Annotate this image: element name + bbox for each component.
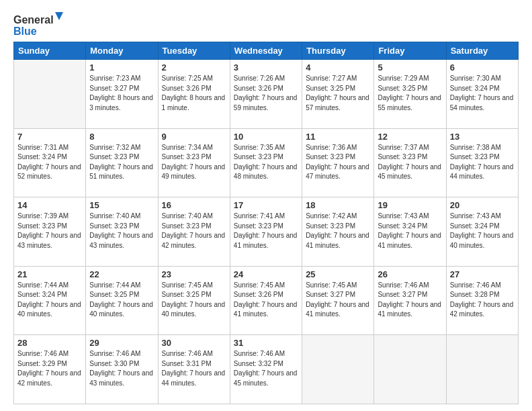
day-info: Sunrise: 7:26 AM Sunset: 3:26 PM Dayligh… xyxy=(234,74,298,113)
calendar-body: 1Sunrise: 7:23 AM Sunset: 3:27 PM Daylig… xyxy=(14,60,519,404)
day-info: Sunrise: 7:32 AM Sunset: 3:23 PM Dayligh… xyxy=(89,143,154,182)
day-number: 27 xyxy=(450,269,515,279)
svg-marker-2 xyxy=(55,12,63,20)
day-number: 16 xyxy=(162,200,226,210)
calendar-cell: 25Sunrise: 7:45 AM Sunset: 3:27 PM Dayli… xyxy=(302,266,374,335)
calendar-cell: 22Sunrise: 7:44 AM Sunset: 3:25 PM Dayli… xyxy=(86,266,158,335)
calendar-cell: 4Sunrise: 7:27 AM Sunset: 3:25 PM Daylig… xyxy=(302,60,374,129)
day-number: 12 xyxy=(378,132,442,142)
day-info: Sunrise: 7:46 AM Sunset: 3:31 PM Dayligh… xyxy=(162,349,226,388)
day-number: 3 xyxy=(234,62,298,73)
day-info: Sunrise: 7:43 AM Sunset: 3:24 PM Dayligh… xyxy=(450,212,515,250)
day-info: Sunrise: 7:25 AM Sunset: 3:26 PM Dayligh… xyxy=(162,74,226,113)
day-number: 1 xyxy=(89,62,154,73)
day-number: 5 xyxy=(378,62,442,73)
day-number: 25 xyxy=(306,269,370,279)
day-info: Sunrise: 7:38 AM Sunset: 3:23 PM Dayligh… xyxy=(450,143,515,182)
day-number: 28 xyxy=(17,338,82,348)
day-info: Sunrise: 7:39 AM Sunset: 3:23 PM Dayligh… xyxy=(17,212,82,250)
calendar-cell: 27Sunrise: 7:46 AM Sunset: 3:28 PM Dayli… xyxy=(446,266,518,335)
calendar-cell xyxy=(374,335,446,404)
day-number: 19 xyxy=(378,200,442,210)
calendar-cell: 11Sunrise: 7:36 AM Sunset: 3:23 PM Dayli… xyxy=(302,128,374,197)
calendar-cell: 5Sunrise: 7:29 AM Sunset: 3:25 PM Daylig… xyxy=(374,60,446,129)
calendar-cell: 28Sunrise: 7:46 AM Sunset: 3:29 PM Dayli… xyxy=(14,335,86,404)
day-info: Sunrise: 7:45 AM Sunset: 3:27 PM Dayligh… xyxy=(306,281,370,320)
weekday-header-friday: Friday xyxy=(374,42,446,60)
calendar-cell: 2Sunrise: 7:25 AM Sunset: 3:26 PM Daylig… xyxy=(158,60,230,129)
day-number: 18 xyxy=(306,200,370,210)
day-number: 29 xyxy=(89,338,154,348)
calendar-cell: 10Sunrise: 7:35 AM Sunset: 3:23 PM Dayli… xyxy=(230,128,302,197)
calendar-cell: 1Sunrise: 7:23 AM Sunset: 3:27 PM Daylig… xyxy=(86,60,158,129)
day-number: 30 xyxy=(162,338,226,348)
day-info: Sunrise: 7:37 AM Sunset: 3:23 PM Dayligh… xyxy=(378,143,442,182)
day-number: 10 xyxy=(234,132,298,142)
day-info: Sunrise: 7:42 AM Sunset: 3:23 PM Dayligh… xyxy=(306,212,370,250)
calendar-cell: 21Sunrise: 7:44 AM Sunset: 3:24 PM Dayli… xyxy=(14,266,86,335)
day-info: Sunrise: 7:46 AM Sunset: 3:32 PM Dayligh… xyxy=(234,349,298,388)
calendar-cell: 3Sunrise: 7:26 AM Sunset: 3:26 PM Daylig… xyxy=(230,60,302,129)
day-number: 4 xyxy=(306,62,370,73)
calendar-cell: 23Sunrise: 7:45 AM Sunset: 3:25 PM Dayli… xyxy=(158,266,230,335)
day-info: Sunrise: 7:44 AM Sunset: 3:24 PM Dayligh… xyxy=(17,281,82,320)
day-info: Sunrise: 7:31 AM Sunset: 3:24 PM Dayligh… xyxy=(17,143,82,182)
calendar-cell: 29Sunrise: 7:46 AM Sunset: 3:30 PM Dayli… xyxy=(86,335,158,404)
calendar-cell: 12Sunrise: 7:37 AM Sunset: 3:23 PM Dayli… xyxy=(374,128,446,197)
calendar-week-1: 7Sunrise: 7:31 AM Sunset: 3:24 PM Daylig… xyxy=(14,128,519,197)
day-number: 7 xyxy=(17,132,82,142)
calendar-cell: 18Sunrise: 7:42 AM Sunset: 3:23 PM Dayli… xyxy=(302,197,374,267)
calendar-week-0: 1Sunrise: 7:23 AM Sunset: 3:27 PM Daylig… xyxy=(14,60,519,129)
calendar-cell: 24Sunrise: 7:45 AM Sunset: 3:26 PM Dayli… xyxy=(230,266,302,335)
weekday-header-saturday: Saturday xyxy=(446,42,518,60)
header: GeneralBlue xyxy=(13,12,519,38)
logo-svg: GeneralBlue xyxy=(13,12,67,38)
day-number: 14 xyxy=(17,200,82,210)
day-number: 31 xyxy=(234,338,298,348)
day-info: Sunrise: 7:46 AM Sunset: 3:29 PM Dayligh… xyxy=(17,349,82,388)
day-number: 17 xyxy=(234,200,298,210)
logo-wrapper: GeneralBlue xyxy=(13,12,67,38)
weekday-header-wednesday: Wednesday xyxy=(230,42,302,60)
calendar-cell: 8Sunrise: 7:32 AM Sunset: 3:23 PM Daylig… xyxy=(86,128,158,197)
day-number: 6 xyxy=(450,62,515,73)
day-number: 15 xyxy=(89,200,154,210)
day-number: 11 xyxy=(306,132,370,142)
day-number: 20 xyxy=(450,200,515,210)
weekday-header-tuesday: Tuesday xyxy=(158,42,230,60)
day-info: Sunrise: 7:41 AM Sunset: 3:23 PM Dayligh… xyxy=(234,212,298,250)
day-info: Sunrise: 7:35 AM Sunset: 3:23 PM Dayligh… xyxy=(234,143,298,182)
day-info: Sunrise: 7:43 AM Sunset: 3:24 PM Dayligh… xyxy=(378,212,442,250)
calendar-cell: 31Sunrise: 7:46 AM Sunset: 3:32 PM Dayli… xyxy=(230,335,302,404)
day-info: Sunrise: 7:46 AM Sunset: 3:28 PM Dayligh… xyxy=(450,281,515,320)
calendar-cell: 15Sunrise: 7:40 AM Sunset: 3:23 PM Dayli… xyxy=(86,197,158,267)
day-info: Sunrise: 7:27 AM Sunset: 3:25 PM Dayligh… xyxy=(306,74,370,113)
calendar-cell: 16Sunrise: 7:40 AM Sunset: 3:23 PM Dayli… xyxy=(158,197,230,267)
day-info: Sunrise: 7:29 AM Sunset: 3:25 PM Dayligh… xyxy=(378,74,442,113)
day-number: 23 xyxy=(162,269,226,279)
logo: GeneralBlue xyxy=(13,12,67,38)
calendar-cell xyxy=(302,335,374,404)
day-number: 22 xyxy=(89,269,154,279)
day-info: Sunrise: 7:45 AM Sunset: 3:25 PM Dayligh… xyxy=(162,281,226,320)
day-number: 9 xyxy=(162,132,226,142)
day-number: 13 xyxy=(450,132,515,142)
calendar-table: SundayMondayTuesdayWednesdayThursdayFrid… xyxy=(13,42,519,404)
day-info: Sunrise: 7:45 AM Sunset: 3:26 PM Dayligh… xyxy=(234,281,298,320)
svg-text:General: General xyxy=(13,14,54,26)
day-info: Sunrise: 7:30 AM Sunset: 3:24 PM Dayligh… xyxy=(450,74,515,113)
day-info: Sunrise: 7:23 AM Sunset: 3:27 PM Dayligh… xyxy=(89,74,154,113)
day-number: 26 xyxy=(378,269,442,279)
calendar-cell: 6Sunrise: 7:30 AM Sunset: 3:24 PM Daylig… xyxy=(446,60,518,129)
day-number: 24 xyxy=(234,269,298,279)
calendar-header: SundayMondayTuesdayWednesdayThursdayFrid… xyxy=(14,42,519,60)
day-number: 8 xyxy=(89,132,154,142)
day-info: Sunrise: 7:36 AM Sunset: 3:23 PM Dayligh… xyxy=(306,143,370,182)
day-info: Sunrise: 7:40 AM Sunset: 3:23 PM Dayligh… xyxy=(89,212,154,250)
calendar-cell: 30Sunrise: 7:46 AM Sunset: 3:31 PM Dayli… xyxy=(158,335,230,404)
calendar-cell: 13Sunrise: 7:38 AM Sunset: 3:23 PM Dayli… xyxy=(446,128,518,197)
calendar-week-3: 21Sunrise: 7:44 AM Sunset: 3:24 PM Dayli… xyxy=(14,266,519,335)
calendar-cell: 17Sunrise: 7:41 AM Sunset: 3:23 PM Dayli… xyxy=(230,197,302,267)
calendar-cell: 20Sunrise: 7:43 AM Sunset: 3:24 PM Dayli… xyxy=(446,197,518,267)
weekday-header-monday: Monday xyxy=(86,42,158,60)
